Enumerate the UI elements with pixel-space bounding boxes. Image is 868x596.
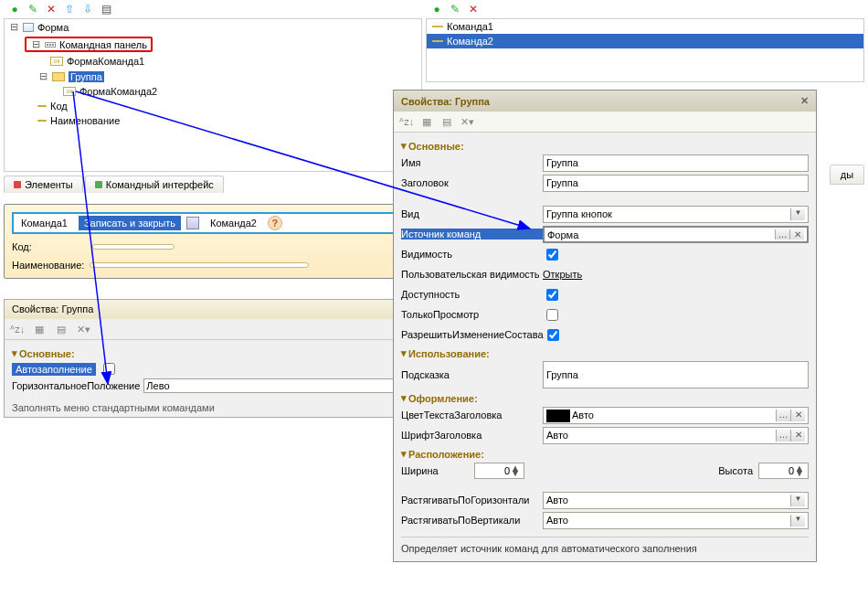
close-icon[interactable]: ✕ — [800, 95, 809, 107]
tree-code[interactable]: Код — [50, 101, 68, 112]
up-icon[interactable]: ⇧ — [62, 2, 77, 16]
cat-icon[interactable]: ▦ — [30, 321, 48, 337]
stretchh-combo[interactable]: Авто▼ — [543, 492, 809, 509]
field-icon — [37, 120, 47, 122]
title-label: Заголовок — [401, 177, 543, 188]
ellipsis-icon[interactable]: … — [776, 430, 790, 442]
preview-name-label: Наименование: — [12, 260, 84, 271]
big-props-title: Свойства: Группа — [401, 96, 490, 107]
hfont-combo[interactable]: Авто…✕ — [543, 427, 809, 444]
section-main[interactable]: ▾Основные: — [401, 140, 809, 152]
kind-combo[interactable]: Группа кнопок▼ — [543, 206, 809, 223]
ok-icon: ок — [50, 57, 63, 66]
cat-icon[interactable]: ▦ — [418, 113, 436, 130]
chevron-down-icon[interactable]: ▼ — [790, 208, 805, 220]
readonly-checkbox[interactable] — [546, 309, 558, 321]
save-icon[interactable] — [186, 217, 199, 229]
small-props-title: Свойства: Группа — [12, 303, 93, 315]
tree-name[interactable]: Наименование — [50, 115, 120, 126]
help-icon[interactable]: ? — [268, 216, 282, 230]
autofill-checkbox[interactable] — [103, 363, 115, 375]
chevron-down-icon[interactable]: ▼ — [790, 495, 805, 506]
close-x-icon[interactable]: ✕▾ — [74, 321, 92, 337]
filter-icon[interactable]: ▤ — [52, 321, 70, 337]
tab-cmd-interface[interactable]: Командный интерфейс — [85, 176, 224, 193]
stretchv-label: РастягиватьПоВертикали — [401, 515, 543, 526]
preview-write-close-button[interactable]: Записать и закрыть — [79, 216, 181, 230]
filter-icon[interactable]: ▤ — [438, 113, 456, 130]
title-input[interactable] — [543, 175, 809, 192]
cmd-list[interactable]: Команда1 Команда2 — [426, 18, 864, 82]
section-main[interactable]: ▾Основные: — [12, 347, 414, 359]
cmd-icon — [432, 40, 443, 42]
tab-stub[interactable]: ды — [830, 165, 864, 185]
tree-formcmd2[interactable]: ФормаКоманда2 — [79, 86, 157, 97]
cmd-interface-icon — [95, 181, 102, 188]
small-hint: Заполнять меню стандартными командами — [12, 402, 414, 413]
delete-icon[interactable]: ✕ — [44, 2, 58, 16]
width-label: Ширина — [401, 465, 474, 476]
close-x-icon[interactable]: ✕▾ — [458, 113, 476, 130]
tree-form[interactable]: Форма — [37, 22, 69, 33]
section-use[interactable]: ▾Использование: — [401, 347, 809, 359]
preview-code-label: Код: — [12, 241, 32, 252]
clear-icon[interactable]: ✕ — [790, 430, 805, 442]
form-icon — [23, 23, 34, 32]
cmd-icon — [432, 26, 443, 27]
tree-formcmd1[interactable]: ФормаКоманда1 — [67, 56, 144, 67]
tree-cmdpanel[interactable]: Командная панель — [59, 39, 147, 50]
name-input[interactable] — [543, 154, 809, 172]
sort-icon[interactable]: ᴬᴢ↓ — [8, 321, 26, 337]
cmd2-item[interactable]: Команда2 — [447, 36, 493, 47]
form-tree[interactable]: ⊟Форма ⊟Командная панель окФормаКоманда1… — [4, 18, 422, 172]
cmdsrc-combo[interactable]: Форма…✕ — [543, 226, 809, 243]
hint-input[interactable] — [543, 361, 809, 388]
big-props-panel: Свойства: Группа✕ ᴬᴢ↓ ▦ ▤ ✕▾ ▾Основные: … — [393, 90, 817, 562]
stretchv-combo[interactable]: Авто▼ — [543, 512, 809, 529]
edit-icon[interactable]: ✎ — [26, 2, 40, 16]
section-pos[interactable]: ▾Расположение: — [401, 448, 809, 460]
menu-icon[interactable]: ▤ — [99, 2, 113, 16]
cmd1-item[interactable]: Команда1 — [447, 21, 493, 32]
allowchange-label: РазрешитьИзменениеСостава — [401, 329, 544, 340]
uservis-link[interactable]: Открыть — [543, 269, 582, 280]
left-panel: ● ✎ ✕ ⇧ ⇩ ▤ ⊟Форма ⊟Командная панель окФ… — [4, 0, 422, 418]
hpos-label: ГоризонтальноеПоложение — [12, 380, 140, 391]
chevron-down-icon[interactable]: ▼ — [790, 515, 805, 527]
width-spin[interactable]: 0▲▼ — [474, 463, 524, 479]
hpos-input[interactable] — [143, 378, 401, 393]
name-label: Имя — [401, 157, 543, 168]
edit-icon[interactable]: ✎ — [448, 2, 462, 16]
ellipsis-icon[interactable]: … — [776, 410, 790, 421]
add-icon[interactable]: ● — [7, 2, 22, 16]
autofill-label[interactable]: Автозаполнение — [12, 363, 96, 376]
delete-icon[interactable]: ✕ — [466, 2, 481, 16]
hcolor-combo[interactable]: Авто…✕ — [543, 407, 809, 424]
ok-icon: ок — [63, 87, 76, 96]
clear-icon[interactable]: ✕ — [790, 410, 805, 421]
kind-label: Вид — [401, 208, 543, 219]
height-spin[interactable]: 0▲▼ — [758, 463, 809, 479]
folder-icon — [52, 72, 65, 81]
preview-cmd2-button[interactable]: Команда2 — [205, 216, 262, 230]
field-icon — [37, 105, 47, 107]
preview-code-input[interactable] — [92, 244, 175, 250]
form-preview: Команда1 Записать и закрыть Команда2 ? К… — [4, 204, 422, 279]
tab-elements[interactable]: Элементы — [4, 176, 83, 193]
visibility-checkbox[interactable] — [546, 249, 558, 261]
add-icon[interactable]: ● — [429, 2, 444, 16]
commandbar-icon — [45, 42, 56, 48]
sort-icon[interactable]: ᴬᴢ↓ — [397, 113, 416, 130]
cmd-list-toolbar: ● ✎ ✕ — [426, 0, 864, 18]
down-icon[interactable]: ⇩ — [80, 2, 95, 16]
clear-icon[interactable]: ✕ — [789, 229, 804, 239]
preview-cmd1-button[interactable]: Команда1 — [16, 216, 73, 230]
small-props-panel: Свойства: Группа✕ ᴬᴢ↓ ▦ ▤ ✕▾ ▾Основные: … — [4, 299, 422, 418]
section-decor[interactable]: ▾Оформление: — [401, 392, 809, 404]
allowchange-checkbox[interactable] — [547, 329, 559, 341]
avail-checkbox[interactable] — [546, 289, 558, 301]
preview-name-input[interactable] — [90, 262, 309, 268]
tree-group[interactable]: Группа — [69, 71, 104, 82]
ellipsis-icon[interactable]: … — [775, 229, 789, 239]
color-swatch — [546, 410, 570, 422]
